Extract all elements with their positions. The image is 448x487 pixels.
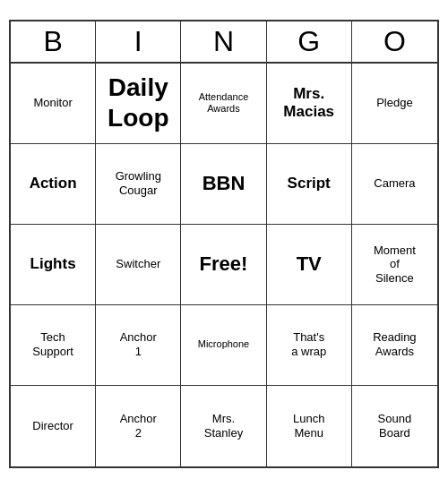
cell-text-2: Attendance Awards [199,91,249,115]
cell-text-6: Growling Cougar [116,169,161,197]
bingo-cell-15: Tech Support [11,305,96,386]
bingo-cell-8: Script [267,144,352,225]
bingo-card: BINGO MonitorDaily LoopAttendance Awards… [9,20,439,468]
bingo-cell-1: Daily Loop [96,64,181,144]
bingo-cell-4: Pledge [352,64,437,144]
cell-text-15: Tech Support [32,330,73,358]
cell-text-0: Monitor [33,96,72,110]
cell-text-12: Free! [200,252,248,276]
cell-text-17: Microphone [198,338,249,350]
bingo-cell-16: Anchor 1 [96,305,181,386]
bingo-cell-12: Free! [181,225,266,305]
cell-text-23: Lunch Menu [293,412,324,440]
bingo-cell-21: Anchor 2 [96,386,181,466]
bingo-cell-6: Growling Cougar [96,144,181,225]
bingo-cell-22: Mrs. Stanley [181,386,266,466]
cell-text-8: Script [288,175,331,192]
header-letter-O: O [352,21,437,62]
bingo-cell-23: Lunch Menu [267,386,352,466]
cell-text-9: Camera [374,176,415,191]
cell-text-1: Daily Loop [108,73,168,132]
cell-text-21: Anchor 2 [120,412,157,440]
bingo-cell-9: Camera [352,144,437,225]
cell-text-13: TV [297,252,322,276]
bingo-cell-10: Lights [11,225,96,305]
bingo-cell-13: TV [267,225,352,305]
bingo-cell-7: BBN [181,144,266,225]
header-letter-G: G [267,21,352,62]
bingo-cell-11: Switcher [96,225,181,305]
header-letter-B: B [11,21,96,62]
bingo-cell-18: That's a wrap [267,305,352,386]
cell-text-3: Mrs. Macias [283,85,334,122]
cell-text-24: Sound Board [378,412,412,440]
bingo-cell-17: Microphone [181,305,266,386]
bingo-cell-5: Action [11,144,96,225]
bingo-cell-20: Director [11,386,96,466]
cell-text-4: Pledge [376,96,412,110]
bingo-cell-14: Moment of Silence [352,225,437,305]
bingo-cell-19: Reading Awards [352,305,437,386]
bingo-cell-0: Monitor [11,64,96,144]
bingo-cell-2: Attendance Awards [181,64,266,144]
cell-text-18: That's a wrap [291,330,326,358]
cell-text-7: BBN [202,172,246,195]
cell-text-19: Reading Awards [373,330,416,358]
cell-text-22: Mrs. Stanley [204,412,243,440]
bingo-header: BINGO [11,21,437,64]
cell-text-10: Lights [30,255,76,273]
cell-text-14: Moment of Silence [374,244,416,286]
bingo-grid: MonitorDaily LoopAttendance AwardsMrs. M… [11,64,437,466]
bingo-cell-24: Sound Board [352,386,437,466]
cell-text-11: Switcher [116,257,160,271]
cell-text-16: Anchor 1 [120,330,157,358]
header-letter-N: N [181,21,266,62]
cell-text-20: Director [32,419,73,433]
bingo-cell-3: Mrs. Macias [267,64,352,144]
cell-text-5: Action [30,175,77,192]
header-letter-I: I [96,21,181,62]
